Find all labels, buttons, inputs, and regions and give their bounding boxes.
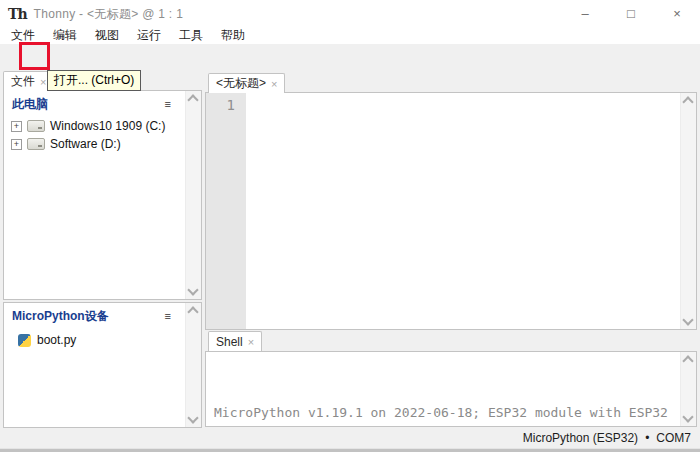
this-pc-label: 此电脑 [12, 96, 48, 113]
scroll-up-icon[interactable] [187, 94, 198, 105]
scroll-up-icon[interactable] [682, 96, 693, 107]
code-editor[interactable]: 1 [205, 92, 697, 330]
device-panel-label: MicroPython设备 [12, 308, 109, 325]
files-tree: + Windows10 1909 (C:) + Software (D:) [4, 115, 201, 153]
files-panel-menu-icon[interactable]: ≡ [165, 99, 171, 110]
thonny-logo-icon: Th [8, 6, 27, 22]
window-title: Thonny - <无标题> @ 1 : 1 [34, 6, 184, 23]
maximize-button[interactable]: □ [608, 0, 654, 28]
expander-icon[interactable]: + [11, 121, 22, 132]
shell-panel[interactable]: MicroPython v1.19.1 on 2022-06-18; ESP32… [205, 351, 697, 427]
tab-untitled-label: <无标题> [216, 75, 266, 92]
tab-shell-label: Shell [216, 335, 243, 349]
tree-item-drive-c[interactable]: + Windows10 1909 (C:) [11, 117, 201, 135]
files-scrollbar[interactable] [185, 91, 201, 299]
python-file-icon [18, 334, 31, 347]
tab-files-close-icon[interactable]: × [40, 77, 46, 87]
annotation-highlight-box [19, 42, 50, 70]
menu-tools[interactable]: 工具 [170, 28, 212, 44]
device-scrollbar[interactable] [185, 303, 201, 427]
open-tooltip: 打开... (Ctrl+O) [47, 70, 141, 91]
tree-item-drive-d[interactable]: + Software (D:) [11, 135, 201, 153]
menu-run[interactable]: 运行 [128, 28, 170, 44]
tab-untitled-close-icon[interactable]: × [271, 79, 277, 89]
menu-view[interactable]: 视图 [86, 28, 128, 44]
scroll-up-icon[interactable] [187, 306, 198, 317]
device-panel-header: MicroPython设备 ≡ [4, 303, 201, 327]
editor-scrollbar[interactable] [680, 93, 696, 329]
tree-item-label: Software (D:) [50, 137, 121, 151]
menu-bar: 文件 编辑 视图 运行 工具 帮助 [0, 28, 700, 44]
device-panel-menu-icon[interactable]: ≡ [165, 311, 171, 322]
drive-icon [27, 138, 45, 150]
interpreter-status[interactable]: MicroPython (ESP32) [523, 431, 638, 445]
status-bullet: • [645, 431, 649, 445]
line-number: 1 [227, 97, 235, 113]
expander-icon[interactable]: + [11, 139, 22, 150]
files-panel: 此电脑 ≡ + Windows10 1909 (C:) + Software (… [3, 90, 202, 300]
toolbar: ✳ ↷ ↳ ↰ ▷ STOP [0, 44, 700, 71]
scroll-down-icon[interactable] [682, 314, 693, 325]
shell-banner-line: MicroPython v1.19.1 on 2022-06-18; ESP32… [214, 401, 678, 424]
tab-shell[interactable]: Shell × [208, 331, 262, 351]
device-item-label: boot.py [37, 333, 76, 347]
tab-files-label: 文件 [11, 73, 35, 90]
tree-item-label: Windows10 1909 (C:) [50, 119, 165, 133]
tab-shell-close-icon[interactable]: × [248, 337, 254, 347]
files-panel-header: 此电脑 ≡ [4, 91, 201, 115]
scroll-down-icon[interactable] [187, 284, 198, 295]
menu-help[interactable]: 帮助 [212, 28, 254, 44]
minimize-button[interactable]: – [562, 0, 608, 28]
menu-edit[interactable]: 编辑 [44, 28, 86, 44]
close-button[interactable]: × [654, 0, 700, 28]
shell-scrollbar[interactable] [680, 352, 696, 426]
scroll-down-icon[interactable] [682, 411, 693, 422]
port-status[interactable]: COM7 [656, 431, 691, 445]
line-number-gutter: 1 [206, 93, 246, 329]
scroll-up-icon[interactable] [682, 355, 693, 366]
device-item-bootpy[interactable]: boot.py [4, 331, 201, 349]
status-bar: MicroPython (ESP32) • COM7 [0, 428, 700, 448]
title-bar: Th Thonny - <无标题> @ 1 : 1 – □ × [0, 0, 700, 28]
device-panel: MicroPython设备 ≡ boot.py [3, 302, 202, 428]
tab-untitled[interactable]: <无标题> × [208, 73, 285, 93]
window-controls: – □ × [562, 0, 700, 28]
scroll-down-icon[interactable] [187, 412, 198, 423]
drive-icon [27, 120, 45, 132]
